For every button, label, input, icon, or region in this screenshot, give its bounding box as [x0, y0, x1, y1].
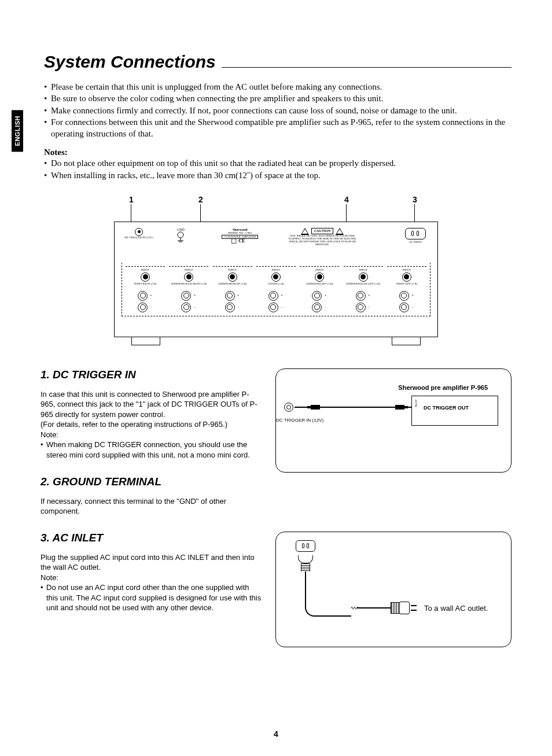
wall-plug-icon: [391, 602, 417, 614]
channel: INPUTFRONT RIGHT (A·B)+−: [126, 266, 165, 312]
svg-point-0: [178, 232, 183, 238]
channel: INPUTSURROUND BACK LEFT (A·B)+−: [344, 266, 383, 312]
p965-box: 1 2 DC TRIGGER OUT: [411, 396, 498, 426]
channel: INPUTCENTER (A·B)+−: [256, 266, 296, 312]
brand-label: Sherwood: [205, 228, 275, 232]
notes-list: •Do not place other equipment on top of …: [44, 157, 511, 181]
section-2-heading: 2. GROUND TERMINAL: [41, 475, 262, 488]
warning-block: CAUTION AVIS: RISQUE DE CHOC ELECTRIQUE-…: [288, 228, 357, 246]
page-title: System Connections: [44, 52, 216, 72]
rear-panel-diagram: 1 2 4 3 DC TRIGGER IN (12V) GND Sherwood…: [114, 195, 438, 345]
mini-plug-icon: [395, 404, 409, 411]
mini-plug-icon: [307, 404, 321, 411]
channel: INPUTSURROUND RIGHT (A·B)+−: [213, 266, 252, 312]
p965-label: Sherwood pre amplifier P-965: [398, 384, 488, 391]
foot: [131, 337, 160, 345]
dc-in-label: DC TRIGGER IN (12V): [122, 236, 156, 239]
ac-inlet-label: AC INPUT: [400, 241, 430, 244]
intro-bullet: For connections between this unit and th…: [51, 116, 511, 140]
section-1-body: In case that this unit is connected to S…: [41, 389, 262, 460]
section-3-body: Plug the supplied AC input cord into thi…: [41, 552, 262, 613]
notes-bullet: Do not place other equipment on top of t…: [51, 157, 511, 169]
notes-heading: Notes:: [44, 147, 511, 157]
channel: INPUTFRONT LEFT (A·B)+−: [387, 266, 426, 312]
notes-bullet: When installing in racks, etc., leave mo…: [51, 169, 511, 181]
dc-trigger-in-icon: [284, 403, 293, 412]
channel: INPUTSURROUND LEFT (A·B)+−: [300, 266, 339, 312]
intro-list: •Please be certain that this unit is unp…: [44, 81, 511, 139]
model-label-block: Sherwood MODEL NO. A-965 7 CH POWER AMPL…: [205, 228, 275, 244]
callout-4: 4: [344, 195, 349, 204]
warning-triangle-icon: [301, 228, 309, 235]
page-number: 4: [0, 729, 552, 739]
wall-outlet-label: To a wall AC outlet.: [424, 604, 488, 613]
section-2-body: If necessary, connect this terminal to t…: [41, 496, 262, 517]
warning-triangle-icon: [336, 228, 344, 235]
intro-bullet: Please be certain that this unit is unpl…: [51, 81, 511, 93]
figure-ac-inlet: 〰 To a wall AC outlet.: [275, 532, 511, 647]
dc-trigger-in-jack: DC TRIGGER IN (12V): [122, 228, 156, 239]
language-tab: ENGLISH: [12, 110, 23, 152]
ac-plug-icon: [298, 555, 313, 571]
callout-1: 1: [129, 195, 134, 204]
section-1-heading: 1. DC TRIGGER IN: [41, 368, 262, 381]
section-3-heading: 3. AC INLET: [41, 532, 262, 544]
title-rule: [222, 67, 511, 68]
page-title-row: System Connections: [44, 52, 511, 72]
intro-bullet: Be sure to observe the color coding when…: [51, 93, 511, 104]
foot: [392, 337, 421, 345]
warning-text: AVIS: RISQUE DE CHOC ELECTRIQUE-NE PAS O…: [288, 235, 357, 246]
channel: INPUTSURROUND BACK RIGHT (A·B)+−: [169, 266, 208, 312]
ground-terminal: GND: [169, 228, 192, 243]
ac-socket-icon: [296, 540, 315, 552]
callout-2: 2: [198, 195, 203, 204]
speaker-channels: INPUTFRONT RIGHT (A·B)+− INPUTSURROUND B…: [122, 263, 430, 316]
gnd-label: GND: [169, 228, 192, 231]
caution-label: CAUTION: [311, 228, 333, 234]
ac-inlet: AC INPUT: [400, 228, 430, 244]
intro-bullet: Make connections firmly and correctly. I…: [51, 105, 511, 116]
figure-dc-trigger: Sherwood pre amplifier P-965 1 2 DC TRIG…: [275, 368, 511, 473]
dc-trigger-in-label: DC TRIGGER IN (12V): [276, 418, 323, 423]
callout-3: 3: [413, 195, 417, 204]
